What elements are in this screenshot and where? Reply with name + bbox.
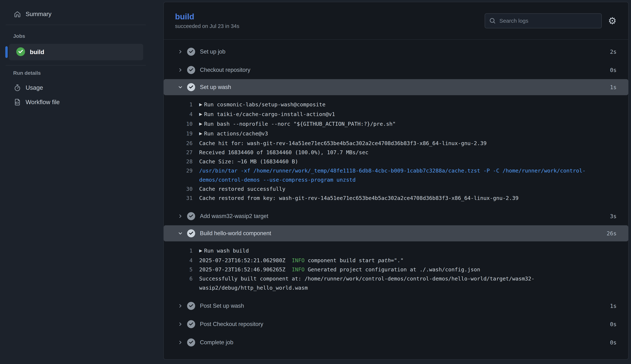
step-row[interactable]: Set up wash1s <box>164 79 628 95</box>
log-text: ▶Run actions/cache@v3 <box>199 129 268 139</box>
workflow-run-page: Summary Jobs build Run details <box>0 0 631 364</box>
log-text: Cache Size: ~16 MB (16834460 B) <box>199 157 298 166</box>
log-text: demos/control-demos --use-compress-progr… <box>199 175 356 184</box>
log-line: 52025-07-23T16:52:46.906265Z INFO Genera… <box>175 265 616 274</box>
check-circle-icon <box>187 302 195 310</box>
run-details-heading: Run details <box>13 70 41 76</box>
log-text: 2025-07-23T16:52:21.062980Z INFO compone… <box>199 256 404 265</box>
chevron-down-icon <box>178 230 183 236</box>
step-duration: 0s <box>610 339 616 346</box>
sidebar-item-label: Usage <box>26 84 43 91</box>
log-text: ▶Run cosmonic-labs/setup-wash@composite <box>199 100 325 110</box>
file-code-icon <box>13 98 22 106</box>
line-number[interactable]: 19 <box>175 129 193 139</box>
job-header: build succeeded on Jul 23 in 34s ⚙ <box>164 2 628 40</box>
step-label: Build hello-world component <box>200 230 607 237</box>
check-circle-icon <box>187 320 195 328</box>
job-subtitle: succeeded on Jul 23 in 34s <box>175 23 485 29</box>
gear-icon[interactable]: ⚙ <box>608 16 616 26</box>
log-line: 31Cache restored from key: wash-git-rev-… <box>175 194 616 203</box>
step-label: Post Checkout repository <box>200 321 610 328</box>
step-row[interactable]: Add wasm32-wasip2 target3s <box>164 207 628 225</box>
search-box[interactable] <box>485 13 602 28</box>
step-row[interactable]: Checkout repository0s <box>164 61 628 79</box>
log-text: ▶Run taiki-e/cache-cargo-install-action@… <box>199 110 335 119</box>
log-line: 27Received 16834460 of 16834460 (100.0%)… <box>175 148 616 157</box>
step-label: Checkout repository <box>200 67 610 73</box>
job-title-block: build succeeded on Jul 23 in 34s <box>175 12 485 29</box>
chevron-right-icon <box>178 303 183 309</box>
sidebar-item-label: Summary <box>26 10 51 18</box>
line-number[interactable]: 1 <box>175 246 193 256</box>
line-number[interactable]: 5 <box>175 265 193 274</box>
sidebar-item-summary[interactable]: Summary <box>0 8 163 20</box>
check-circle-icon <box>187 212 195 220</box>
log-line: 1▶Run cosmonic-labs/setup-wash@composite <box>175 100 616 110</box>
step-label: Set up wash <box>200 84 610 90</box>
step-duration: 0s <box>610 67 616 73</box>
step-duration: 0s <box>610 321 616 328</box>
log-line: 26Cache hit for: wash-git-rev-14a51ee71e… <box>175 139 616 148</box>
step-row[interactable]: Post Checkout repository0s <box>164 315 628 333</box>
step-row[interactable]: Set up job2s <box>164 42 628 61</box>
chevron-right-icon <box>178 67 183 73</box>
step-row[interactable]: Build hello-world component26s <box>164 225 628 242</box>
log-line: 29/usr/bin/tar -xf /home/runner/work/_te… <box>175 166 616 175</box>
home-icon <box>13 10 22 18</box>
step-duration: 2s <box>610 48 616 55</box>
sidebar-item-build[interactable]: build <box>9 44 143 60</box>
line-number[interactable]: 6 <box>175 274 193 283</box>
log-line: 10▶Run bash --noprofile --norc "${GITHUB… <box>175 119 616 129</box>
log-line: 4▶Run taiki-e/cache-cargo-install-action… <box>175 110 616 119</box>
log-line: 28Cache Size: ~16 MB (16834460 B) <box>175 157 616 166</box>
line-number[interactable]: 4 <box>175 256 193 265</box>
log-block: 1▶Run wash build42025-07-23T16:52:21.062… <box>164 242 628 297</box>
line-number[interactable]: 30 <box>175 184 193 194</box>
sidebar-divider <box>6 65 146 66</box>
log-line: 1▶Run wash build <box>175 246 616 256</box>
search-icon <box>489 17 496 24</box>
jobs-heading: Jobs <box>13 33 25 39</box>
check-circle-icon <box>187 83 195 91</box>
line-number <box>175 175 193 184</box>
line-number[interactable]: 28 <box>175 157 193 166</box>
step-label: Set up job <box>200 48 610 55</box>
line-number[interactable]: 10 <box>175 119 193 129</box>
play-triangle-icon: ▶ <box>199 102 202 107</box>
log-text: ▶Run bash --noprofile --norc "${GITHUB_A… <box>199 119 396 129</box>
line-number[interactable]: 26 <box>175 139 193 148</box>
chevron-right-icon <box>178 49 183 54</box>
check-circle-icon <box>187 48 195 56</box>
log-text: 2025-07-23T16:52:46.906265Z INFO Generat… <box>199 265 480 274</box>
line-number[interactable]: 4 <box>175 110 193 119</box>
step-row[interactable]: Complete job0s <box>164 333 628 352</box>
step-label: Add wasm32-wasip2 target <box>200 213 610 220</box>
log-text: ▶Run wash build <box>199 246 249 256</box>
line-number[interactable]: 29 <box>175 166 193 175</box>
log-text: Received 16834460 of 16834460 (100.0%), … <box>199 148 368 157</box>
log-text: Successfully built component at: /home/r… <box>199 274 534 283</box>
check-circle-icon <box>187 229 195 237</box>
line-number[interactable]: 27 <box>175 148 193 157</box>
job-log-panel: build succeeded on Jul 23 in 34s ⚙ Set u… <box>163 2 628 360</box>
step-row[interactable]: Post Set up wash1s <box>164 297 628 315</box>
line-number[interactable]: 1 <box>175 100 193 110</box>
play-triangle-icon: ▶ <box>199 131 202 136</box>
step-label: Post Set up wash <box>200 302 610 309</box>
active-job-indicator <box>5 46 8 58</box>
log-line: 6Successfully built component at: /home/… <box>175 274 616 283</box>
sidebar-item-workflow-file[interactable]: Workflow file <box>0 96 163 108</box>
job-name: build <box>30 48 44 56</box>
check-circle-icon <box>187 338 195 346</box>
line-number[interactable]: 31 <box>175 194 193 203</box>
chevron-right-icon <box>178 322 183 327</box>
sidebar-item-usage[interactable]: Usage <box>0 81 163 94</box>
log-line: 19▶Run actions/cache@v3 <box>175 129 616 139</box>
step-label: Complete job <box>200 339 610 346</box>
log-line: 30Cache restored successfully <box>175 184 616 194</box>
log-text: Cache hit for: wash-git-rev-14a51ee71ec6… <box>199 139 486 148</box>
play-triangle-icon: ▶ <box>199 248 202 253</box>
log-block: 1▶Run cosmonic-labs/setup-wash@composite… <box>164 95 628 207</box>
job-title[interactable]: build <box>175 12 485 21</box>
search-input[interactable] <box>499 18 597 24</box>
